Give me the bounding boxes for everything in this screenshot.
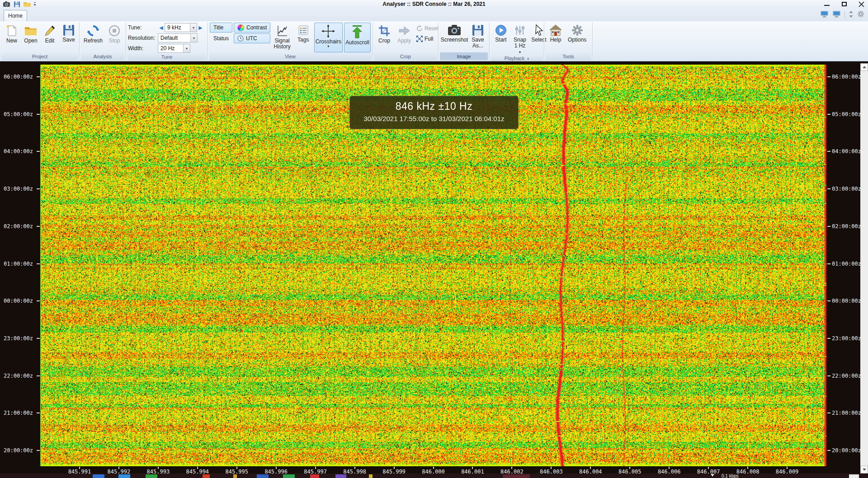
maximize-icon (842, 2, 847, 6)
tags-button[interactable]: Tags (294, 23, 313, 44)
updown-chevrons-icon[interactable] (849, 11, 854, 19)
freq-tick (236, 467, 237, 469)
tune-up-button[interactable]: ▶ (197, 23, 204, 32)
options-button[interactable]: Options (565, 23, 589, 44)
apply-button[interactable]: Apply (395, 23, 414, 45)
freq-tick (197, 467, 198, 469)
width-field-label: Width: (128, 45, 158, 52)
close-button[interactable] (858, 1, 864, 7)
new-button[interactable]: New (2, 23, 21, 45)
time-label-left: 21:00:00z (4, 410, 33, 416)
dropdown-icon[interactable]: ▾ (183, 44, 190, 52)
cursor-arrow-icon (533, 24, 544, 36)
open-button[interactable]: Open (21, 23, 40, 45)
style-gear-icon[interactable] (857, 10, 864, 19)
help-button[interactable]: Help (546, 23, 565, 44)
snap-sliders-icon (514, 24, 526, 36)
freq-tick (79, 467, 80, 469)
monitor-icon[interactable] (820, 11, 829, 19)
signal-history-button[interactable]: SignalHistory (272, 23, 292, 51)
clock-icon (237, 35, 244, 42)
snap-dropdown-icon[interactable]: ▾ (519, 50, 521, 54)
vertical-scrollbar[interactable] (860, 63, 868, 473)
screenshot-button[interactable]: Screenshot (440, 23, 468, 44)
taskbar-sliver[interactable]: 0.1 kbps (0, 473, 868, 478)
time-tick-right (827, 114, 830, 115)
play-icon (495, 24, 507, 36)
group-divider (208, 23, 208, 60)
group-label-image: Image (440, 52, 488, 60)
group-label-crop: Crop (374, 52, 437, 60)
save-button[interactable]: Save (59, 23, 78, 44)
download-arrow-icon (711, 474, 714, 477)
crop-button[interactable]: Crop (375, 23, 394, 45)
width-select[interactable]: 20 Hz ▾ (158, 44, 190, 53)
scrollbar-up-button[interactable] (860, 63, 868, 71)
overlay-timespan: 30/03/2021 17:55:00z to 31/03/2021 06:04… (350, 115, 518, 122)
crosshairs-dropdown-icon[interactable]: ▾ (327, 45, 329, 48)
time-label-left: 00:00:00z (4, 298, 33, 304)
tags-list-icon (297, 24, 309, 36)
tune-step-select[interactable]: 9 kHz ▾ (165, 23, 197, 32)
tab-home[interactable]: Home (4, 10, 27, 21)
time-tick-left (37, 412, 40, 413)
taskbar-app-blip (335, 474, 346, 478)
tune-down-button[interactable]: ◀ (158, 23, 165, 32)
dropdown-icon[interactable]: ▾ (190, 34, 197, 42)
freq-tick (354, 467, 355, 469)
ribbon: New Open Edit Save Project (0, 21, 868, 61)
taskbar-app-blip (503, 474, 530, 478)
tray-icon (849, 474, 859, 478)
time-label-right: 20:00:00z (832, 447, 861, 454)
resolution-select[interactable]: Default ▾ (158, 33, 198, 42)
contrast-toggle[interactable]: Contrast (234, 23, 270, 33)
autoscroll-button[interactable]: Autoscroll (344, 23, 371, 52)
stop-button[interactable]: Stop (105, 23, 124, 45)
full-expand-icon (416, 36, 423, 42)
full-button[interactable]: Full (415, 35, 440, 43)
time-label-right: 03:00:00z (832, 186, 861, 192)
contrast-wheel-icon (237, 24, 244, 31)
snap-button[interactable]: Snap1 Hz ▾ (510, 23, 529, 56)
taskbar-app-blip (203, 474, 210, 478)
time-label-right: 23:00:00z (832, 335, 861, 342)
time-label-left: 23:00:00z (4, 335, 33, 342)
save-as-button[interactable]: SaveAs... (468, 23, 487, 50)
title-toggle[interactable]: Title (210, 23, 232, 33)
group-divider (438, 23, 439, 60)
group-label-tools: Tools (546, 52, 591, 60)
edit-button[interactable]: Edit (40, 23, 59, 45)
start-button[interactable]: Start (491, 23, 510, 44)
status-toggle[interactable]: Status (210, 33, 232, 43)
time-tick-right (827, 151, 830, 152)
dropdown-icon[interactable]: ▾ (190, 23, 197, 32)
time-tick-right (827, 412, 830, 413)
time-tick-left (37, 338, 40, 339)
taskbar-app-blip (369, 474, 373, 478)
minimize-button[interactable] (824, 1, 830, 7)
analyser-window: ▾ Analyser :: SDR Console :: Mar 26, 202… (0, 0, 868, 478)
time-label-left: 04:00:00z (4, 148, 33, 155)
time-label-right: 21:00:00z (832, 410, 861, 416)
time-label-right: 04:00:00z (832, 148, 861, 155)
crosshairs-icon (321, 24, 336, 38)
group-divider (489, 23, 490, 60)
playback-dialog-launcher-icon[interactable]: ◑ (526, 56, 529, 61)
monitor-2-icon[interactable] (832, 11, 841, 19)
time-label-left: 02:00:00z (4, 223, 33, 230)
time-label-left: 01:00:00z (4, 261, 33, 267)
resolution-field-label: Resolution: (128, 35, 158, 41)
crosshairs-button[interactable]: Crosshairs ▾ (314, 23, 343, 52)
taskbar-app-blip (93, 474, 104, 478)
refresh-icon (87, 24, 99, 37)
refresh-button[interactable]: Refresh (81, 23, 105, 45)
time-label-right: 02:00:00z (832, 223, 861, 230)
options-gear-icon (571, 24, 583, 36)
reset-button[interactable]: Reset (415, 24, 440, 33)
scrollbar-down-button[interactable] (860, 466, 868, 473)
maximize-button[interactable] (841, 1, 847, 7)
apply-arrow-icon (398, 24, 410, 37)
utc-toggle[interactable]: UTC (234, 33, 270, 43)
screenshot-camera-icon (448, 24, 461, 36)
freq-tick (511, 467, 512, 469)
